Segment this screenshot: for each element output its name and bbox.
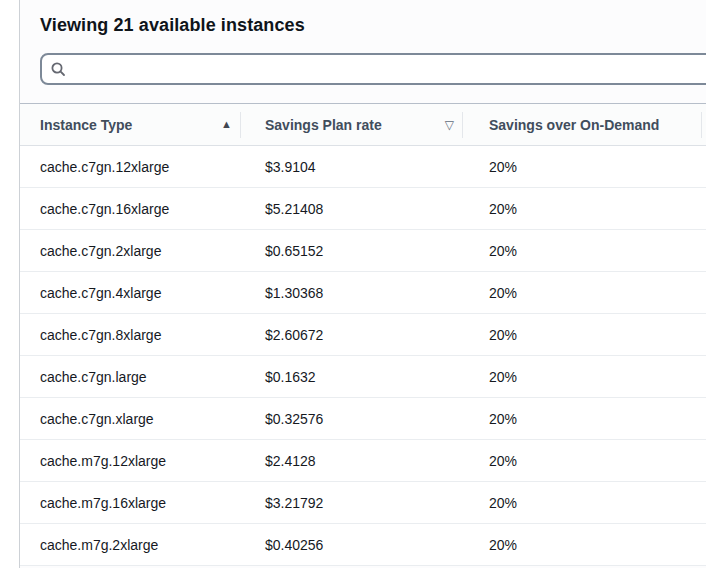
column-header-instance-type[interactable]: Instance Type ▲ — [20, 104, 241, 145]
instances-table: Instance Type ▲ Savings Plan rate ▽ Savi… — [20, 103, 706, 566]
cell-savings-over-on-demand: 20% — [463, 201, 702, 217]
cell-savings-plan-rate: $0.65152 — [241, 243, 463, 259]
column-header-label: Savings Plan rate — [265, 117, 382, 133]
cell-instance-type: cache.c7gn.8xlarge — [20, 327, 241, 343]
cell-instance-type: cache.c7gn.large — [20, 369, 241, 385]
cell-instance-type: cache.c7gn.xlarge — [20, 411, 241, 427]
cell-savings-over-on-demand: 20% — [463, 453, 702, 469]
cell-savings-over-on-demand: 20% — [463, 495, 702, 511]
table-row: cache.m7g.12xlarge $2.4128 20% — [20, 440, 706, 482]
cell-instance-type: cache.c7gn.12xlarge — [20, 159, 241, 175]
page: Viewing 21 available instances Instance … — [0, 0, 706, 568]
column-header-label: Savings over On-Demand — [489, 117, 659, 133]
cell-savings-plan-rate: $0.40256 — [241, 537, 463, 553]
table-row: cache.c7gn.16xlarge $5.21408 20% — [20, 188, 706, 230]
left-gutter — [0, 0, 19, 568]
cell-instance-type: cache.m7g.12xlarge — [20, 453, 241, 469]
cell-instance-type: cache.m7g.16xlarge — [20, 495, 241, 511]
cell-savings-plan-rate: $5.21408 — [241, 201, 463, 217]
table-body: cache.c7gn.12xlarge $3.9104 20% cache.c7… — [20, 146, 706, 566]
cell-savings-plan-rate: $2.4128 — [241, 453, 463, 469]
cell-savings-over-on-demand: 20% — [463, 327, 702, 343]
cell-instance-type: cache.c7gn.16xlarge — [20, 201, 241, 217]
cell-savings-plan-rate: $3.9104 — [241, 159, 463, 175]
instances-panel: Viewing 21 available instances Instance … — [20, 0, 706, 568]
cell-savings-over-on-demand: 20% — [463, 369, 702, 385]
table-row: cache.m7g.2xlarge $0.40256 20% — [20, 524, 706, 566]
page-title: Viewing 21 available instances — [40, 13, 305, 37]
table-row: cache.m7g.16xlarge $3.21792 20% — [20, 482, 706, 524]
cell-savings-over-on-demand: 20% — [463, 159, 702, 175]
cell-savings-plan-rate: $2.60672 — [241, 327, 463, 343]
column-header-savings-over-on-demand[interactable]: Savings over On-Demand — [463, 104, 702, 145]
cell-savings-plan-rate: $3.21792 — [241, 495, 463, 511]
cell-savings-over-on-demand: 20% — [463, 243, 702, 259]
table-row: cache.c7gn.xlarge $0.32576 20% — [20, 398, 706, 440]
cell-instance-type: cache.c7gn.2xlarge — [20, 243, 241, 259]
search-icon — [50, 61, 66, 77]
table-row: cache.c7gn.large $0.1632 20% — [20, 356, 706, 398]
search-box — [40, 53, 706, 85]
cell-instance-type: cache.c7gn.4xlarge — [20, 285, 241, 301]
column-header-label: Instance Type — [40, 117, 132, 133]
cell-savings-over-on-demand: 20% — [463, 285, 702, 301]
cell-savings-plan-rate: $0.32576 — [241, 411, 463, 427]
sort-descending-icon: ▽ — [445, 119, 454, 131]
table-row: cache.c7gn.4xlarge $1.30368 20% — [20, 272, 706, 314]
cell-savings-over-on-demand: 20% — [463, 537, 702, 553]
cell-savings-over-on-demand: 20% — [463, 411, 702, 427]
column-header-savings-plan-rate[interactable]: Savings Plan rate ▽ — [241, 104, 463, 145]
table-row: cache.c7gn.12xlarge $3.9104 20% — [20, 146, 706, 188]
search-input[interactable] — [74, 56, 706, 82]
table-row: cache.c7gn.2xlarge $0.65152 20% — [20, 230, 706, 272]
cell-savings-plan-rate: $0.1632 — [241, 369, 463, 385]
table-header-row: Instance Type ▲ Savings Plan rate ▽ Savi… — [20, 104, 706, 146]
cell-savings-plan-rate: $1.30368 — [241, 285, 463, 301]
column-header-spacer — [702, 104, 706, 145]
sort-ascending-icon: ▲ — [221, 119, 232, 130]
cell-instance-type: cache.m7g.2xlarge — [20, 537, 241, 553]
table-row: cache.c7gn.8xlarge $2.60672 20% — [20, 314, 706, 356]
